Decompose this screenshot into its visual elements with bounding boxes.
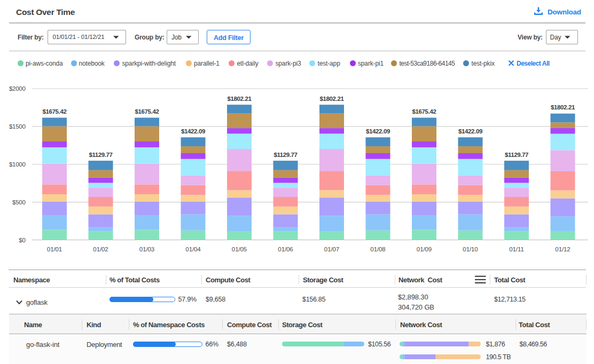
svg-text:$1422.09: $1422.09: [458, 128, 482, 134]
svg-text:$1675.42: $1675.42: [135, 108, 159, 115]
svg-text:01/05: 01/05: [232, 246, 247, 252]
svg-text:$1422.09: $1422.09: [366, 128, 390, 134]
svg-text:01/12: 01/12: [555, 246, 570, 252]
svg-text:01/01: 01/01: [47, 246, 62, 252]
svg-text:$1129.77: $1129.77: [89, 152, 112, 158]
svg-text:01/06: 01/06: [278, 246, 293, 252]
svg-text:$1000: $1000: [9, 161, 25, 168]
svg-text:01/10: 01/10: [463, 246, 478, 252]
svg-text:01/07: 01/07: [324, 246, 339, 252]
svg-text:$0: $0: [19, 237, 25, 243]
svg-text:01/02: 01/02: [93, 246, 108, 252]
svg-text:01/09: 01/09: [417, 246, 432, 252]
svg-text:$1129.77: $1129.77: [273, 152, 297, 158]
svg-text:01/03: 01/03: [139, 246, 154, 252]
svg-text:01/08: 01/08: [370, 246, 385, 252]
svg-text:$1422.09: $1422.09: [181, 128, 205, 134]
svg-text:$1675.42: $1675.42: [43, 108, 67, 115]
svg-text:$1129.77: $1129.77: [505, 152, 528, 158]
svg-text:$1802.21: $1802.21: [551, 104, 575, 110]
svg-text:$500: $500: [12, 199, 25, 205]
svg-text:01/11: 01/11: [509, 246, 523, 252]
svg-text:$2000: $2000: [9, 85, 25, 92]
svg-text:$1802.21: $1802.21: [320, 96, 345, 102]
svg-text:$1500: $1500: [9, 123, 25, 130]
svg-text:$1675.42: $1675.42: [412, 108, 436, 115]
svg-text:01/04: 01/04: [185, 246, 201, 252]
svg-text:$1802.21: $1802.21: [228, 96, 252, 102]
